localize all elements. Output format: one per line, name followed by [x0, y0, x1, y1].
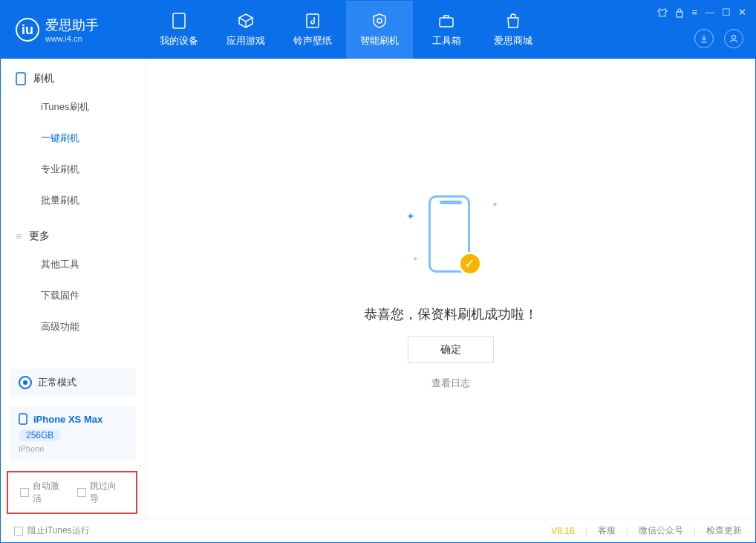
- sparkle-icon: ✦: [492, 200, 498, 209]
- wechat-link[interactable]: 微信公众号: [639, 524, 683, 537]
- sidebar-section-more: ≡ 更多: [1, 216, 145, 249]
- app-title: 爱思助手: [45, 16, 99, 34]
- svg-rect-4: [677, 12, 682, 17]
- sidebar-item-download-fw[interactable]: 下载固件: [1, 280, 145, 311]
- sparkle-icon: ✦: [406, 210, 415, 222]
- support-link[interactable]: 客服: [598, 524, 616, 537]
- sidebar-item-itunes-flash[interactable]: iTunes刷机: [1, 91, 145, 123]
- app-url: www.i4.cn: [45, 34, 99, 43]
- nav-label: 爱思商城: [494, 34, 532, 48]
- nav-ringtones[interactable]: 铃声壁纸: [279, 1, 346, 59]
- device-capacity: 256GB: [19, 429, 61, 441]
- minimize-button[interactable]: —: [705, 7, 714, 18]
- checkbox-label: 跳过向导: [90, 480, 124, 505]
- nav-my-device[interactable]: 我的设备: [146, 1, 212, 59]
- music-icon: [304, 12, 322, 30]
- mode-icon: [19, 376, 32, 389]
- section-label: 刷机: [33, 72, 54, 85]
- maximize-button[interactable]: ☐: [722, 7, 731, 18]
- version-label: V8.16: [551, 526, 574, 536]
- options-row: 自动激活 跳过向导: [7, 471, 137, 514]
- check-update-link[interactable]: 检查更新: [706, 524, 742, 537]
- svg-point-2: [377, 19, 382, 23]
- svg-point-5: [732, 36, 736, 39]
- menu-icon[interactable]: ≡: [691, 7, 697, 18]
- checkbox-icon: [20, 488, 29, 497]
- shield-icon: [371, 12, 388, 30]
- svg-rect-7: [19, 414, 27, 424]
- list-icon: ≡: [16, 230, 22, 242]
- device-box[interactable]: iPhone XS Max 256GB iPhone: [10, 406, 136, 461]
- nav-label: 铃声壁纸: [293, 34, 332, 48]
- checkbox-icon: [77, 488, 86, 497]
- nav-apps-games[interactable]: 应用游戏: [212, 1, 279, 59]
- nav-toolbox[interactable]: 工具箱: [413, 1, 480, 59]
- nav-label: 应用游戏: [227, 34, 265, 48]
- sidebar-item-batch-flash[interactable]: 批量刷机: [1, 185, 145, 216]
- bag-icon: [504, 12, 522, 30]
- separator: |: [694, 526, 696, 536]
- sidebar-section-flash: 刷机: [1, 59, 145, 91]
- svg-rect-0: [173, 13, 185, 28]
- device-type: iPhone: [19, 444, 127, 453]
- checkbox-icon: [14, 527, 23, 536]
- header: iu 爱思助手 www.i4.cn 我的设备 应用游戏 铃声壁纸 智能刷机: [1, 1, 755, 59]
- sidebar-item-pro-flash[interactable]: 专业刷机: [1, 154, 145, 185]
- sidebar: 刷机 iTunes刷机 一键刷机 专业刷机 批量刷机 ≡ 更多 其他工具 下载固…: [1, 59, 146, 518]
- check-badge-icon: ✓: [458, 252, 482, 276]
- ok-button[interactable]: 确定: [408, 336, 494, 363]
- mode-label: 正常模式: [38, 376, 76, 389]
- nav-store[interactable]: 爱思商城: [480, 1, 547, 59]
- logo-icon: iu: [16, 18, 39, 42]
- sparkle-icon: ✦: [412, 255, 418, 263]
- app-window: iu 爱思助手 www.i4.cn 我的设备 应用游戏 铃声壁纸 智能刷机: [0, 0, 756, 543]
- download-icon[interactable]: [694, 29, 714, 48]
- shirt-icon[interactable]: [657, 7, 668, 18]
- view-log-link[interactable]: 查看日志: [431, 377, 470, 390]
- svg-rect-6: [16, 73, 25, 85]
- separator: |: [585, 526, 587, 536]
- success-illustration: ✦ ✦ ✦ ✓: [399, 188, 503, 292]
- header-action-icons: [694, 29, 743, 48]
- sidebar-item-one-click-flash[interactable]: 一键刷机: [1, 123, 145, 154]
- phone-icon: [16, 72, 26, 85]
- section-label: 更多: [29, 230, 50, 243]
- device-name: iPhone XS Max: [33, 414, 102, 425]
- svg-rect-3: [440, 18, 453, 27]
- mode-box[interactable]: 正常模式: [10, 368, 136, 397]
- close-button[interactable]: ✕: [738, 7, 746, 18]
- body: 刷机 iTunes刷机 一键刷机 专业刷机 批量刷机 ≡ 更多 其他工具 下载固…: [1, 59, 755, 518]
- lock-icon[interactable]: [675, 7, 684, 18]
- cube-icon: [237, 12, 255, 30]
- checkbox-label: 自动激活: [33, 480, 67, 505]
- separator: |: [626, 526, 628, 536]
- logo-text: 爱思助手 www.i4.cn: [45, 16, 99, 43]
- main-content: ✦ ✦ ✦ ✓ 恭喜您，保资料刷机成功啦！ 确定 查看日志: [146, 59, 755, 518]
- user-icon[interactable]: [724, 29, 743, 48]
- nav-label: 智能刷机: [360, 34, 399, 48]
- skip-guide-checkbox[interactable]: 跳过向导: [77, 480, 124, 505]
- block-itunes-checkbox[interactable]: 阻止iTunes运行: [14, 524, 90, 537]
- window-controls: ≡ — ☐ ✕: [657, 7, 746, 18]
- footer-right: V8.16 | 客服 | 微信公众号 | 检查更新: [551, 524, 742, 537]
- toolbox-icon: [437, 12, 455, 30]
- logo-area: iu 爱思助手 www.i4.cn: [1, 16, 146, 43]
- device-icon: [19, 413, 27, 425]
- footer: 阻止iTunes运行 V8.16 | 客服 | 微信公众号 | 检查更新: [1, 518, 755, 542]
- nav-label: 工具箱: [432, 34, 461, 48]
- nav-label: 我的设备: [160, 34, 198, 48]
- device-title: iPhone XS Max: [19, 413, 127, 425]
- checkbox-label: 阻止iTunes运行: [27, 524, 90, 537]
- nav-smart-flash[interactable]: 智能刷机: [346, 1, 413, 59]
- top-nav: 我的设备 应用游戏 铃声壁纸 智能刷机 工具箱 爱思商城: [146, 1, 547, 59]
- sidebar-item-advanced[interactable]: 高级功能: [1, 311, 145, 342]
- sidebar-item-other-tools[interactable]: 其他工具: [1, 249, 145, 280]
- device-icon: [170, 12, 188, 30]
- success-message: 恭喜您，保资料刷机成功啦！: [364, 305, 538, 323]
- auto-activate-checkbox[interactable]: 自动激活: [20, 480, 67, 505]
